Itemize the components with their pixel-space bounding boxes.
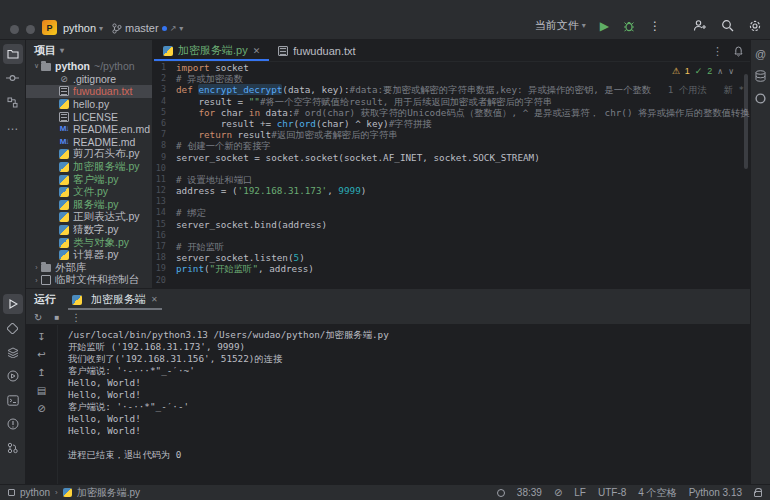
code-line[interactable]: 13 — [154, 196, 750, 207]
code-line[interactable]: 9server_socket = socket.socket(socket.AF… — [154, 152, 750, 163]
tree-chevron-icon[interactable]: ∨ — [32, 62, 41, 70]
clear-console-icon[interactable]: ⊘ — [37, 403, 45, 414]
highlight-level-icon[interactable]: ⊘ — [554, 487, 562, 498]
structure-tool-icon[interactable] — [3, 92, 23, 112]
close-run-tab-icon[interactable]: ✕ — [151, 295, 158, 304]
tree-item[interactable]: README.en.md — [26, 123, 152, 136]
notifications-bell-icon[interactable] — [733, 45, 744, 57]
code-line[interactable]: 7 return result#返回加密或者解密后的字符串 — [154, 129, 750, 140]
code-line[interactable]: 5 for char in data:# ord(char) 获取字符的Unic… — [154, 107, 750, 118]
interpreter-indicator[interactable]: Python 3.13 — [689, 487, 742, 498]
code-line[interactable]: 12address = ('192.168.31.173', 9999) — [154, 185, 750, 196]
tree-item[interactable]: ›外部库 — [26, 262, 152, 275]
tree-item[interactable]: .gitignore — [26, 73, 152, 86]
tree-item[interactable]: hello.py — [26, 98, 152, 111]
project-tool-icon[interactable] — [3, 44, 23, 64]
commit-tool-icon[interactable] — [3, 68, 23, 88]
tree-item[interactable]: 剪刀石头布.py — [26, 148, 152, 161]
branch-selector[interactable]: master ↗ ▾ — [112, 21, 183, 35]
print-icon[interactable]: ▤ — [37, 385, 46, 396]
code-line[interactable]: 10 — [154, 163, 750, 174]
lock-icon[interactable] — [754, 491, 762, 497]
inspections-widget[interactable]: ⚠ 1 ✓ 2 ∧ ∨ — [672, 66, 734, 76]
run-button[interactable]: ▶ — [600, 19, 609, 33]
prev-problem-icon[interactable]: ∧ — [717, 67, 723, 76]
code-line[interactable]: 17# 开始监听 — [154, 241, 750, 252]
run-tab[interactable]: 加密服务端 ✕ — [68, 289, 162, 310]
tree-item[interactable]: 类与对象.py — [26, 236, 152, 249]
tree-chevron-icon[interactable]: › — [32, 277, 41, 284]
status-circle-icon[interactable] — [497, 489, 505, 497]
project-selector[interactable]: python ▾ — [63, 21, 103, 35]
terminal-tool-icon[interactable] — [3, 390, 23, 410]
code-line[interactable]: 2# 异或加密函数 — [154, 73, 750, 84]
tree-item[interactable]: README.md — [26, 136, 152, 149]
search-everywhere-icon[interactable] — [721, 19, 734, 32]
tree-item[interactable]: LICENSE — [26, 110, 152, 123]
tree-item[interactable]: 正则表达式.py — [26, 211, 152, 224]
line-separator-indicator[interactable]: LF — [574, 487, 586, 498]
line-col-indicator[interactable]: 38:39 — [517, 487, 542, 498]
code-line[interactable]: 14# 绑定 — [154, 207, 750, 218]
code-line[interactable]: 15server_socket.bind(address) — [154, 219, 750, 230]
pycharm-logo[interactable]: P — [42, 20, 57, 35]
minimize-window-icon[interactable] — [26, 25, 35, 34]
code-line[interactable]: 19print("开始监听", address) — [154, 263, 750, 274]
code-line[interactable]: 1import socket — [154, 62, 750, 73]
breadcrumb[interactable]: python › 加密服务端.py — [8, 486, 140, 500]
code-line[interactable]: 20 — [154, 275, 750, 286]
tree-item[interactable]: 加密服务端.py — [26, 161, 152, 174]
tab-options-icon[interactable]: ⋮ — [712, 45, 723, 58]
tree-chevron-icon[interactable]: › — [32, 264, 41, 271]
services-tool-icon[interactable] — [3, 318, 23, 338]
rerun-icon[interactable]: ↻ — [34, 312, 42, 323]
breadcrumb-file[interactable]: 加密服务端.py — [77, 486, 140, 500]
tree-item[interactable]: 计算器.py — [26, 249, 152, 262]
tree-item[interactable]: fuwuduan.txt — [26, 85, 152, 98]
tree-item[interactable]: 客户端.py — [26, 173, 152, 186]
tree-item[interactable]: 服务端.py — [26, 199, 152, 212]
code-line[interactable]: 3def encrypt_decrypt(data, key):#data:要加… — [154, 84, 750, 95]
run-config-selector[interactable]: 当前文件 ▾ — [535, 18, 586, 33]
code-editor[interactable]: 1import socket2# 异或加密函数3def encrypt_decr… — [154, 62, 750, 288]
tree-item[interactable]: 猜数字.py — [26, 224, 152, 237]
python-console-tool-icon[interactable] — [3, 366, 23, 386]
tree-item[interactable]: ›临时文件和控制台 — [26, 274, 152, 287]
pull-requests-tool-icon[interactable] — [3, 438, 23, 458]
project-panel-header[interactable]: 项目 ▾ — [26, 40, 152, 60]
problems-tool-icon[interactable] — [3, 414, 23, 434]
stop-icon[interactable]: ■ — [54, 313, 59, 322]
more-tools-icon[interactable]: … — [3, 116, 23, 136]
code-line[interactable]: 11# 设置地址和端口 — [154, 174, 750, 185]
debug-button[interactable] — [623, 20, 635, 32]
code-line[interactable]: 18server_socket.listen(5) — [154, 252, 750, 263]
database-icon[interactable] — [753, 68, 769, 84]
code-line[interactable]: 6 result += chr(ord(char) ^ key)#字符拼接 — [154, 118, 750, 129]
code-with-me-icon[interactable] — [693, 19, 707, 32]
python-packages-tool-icon[interactable] — [3, 342, 23, 362]
coverage-icon[interactable] — [753, 90, 769, 106]
close-tab-icon[interactable]: ✕ — [253, 46, 261, 56]
tree-item[interactable]: 文件.py — [26, 186, 152, 199]
tab-fuwuduan[interactable]: fuwuduan.txt — [269, 40, 364, 61]
code-line[interactable]: 16 — [154, 230, 750, 241]
code-line[interactable]: 4 result = ""#将一个空字符赋值给result, 用于后续返回加密或… — [154, 96, 750, 107]
console-output[interactable]: /usr/local/bin/python3.13 /Users/wudao/p… — [58, 325, 750, 484]
run-options-icon[interactable]: ⋮ — [71, 312, 81, 323]
tree-item[interactable]: ∨python~/python — [26, 60, 152, 73]
indent-indicator[interactable]: 4 个空格 — [638, 486, 676, 500]
more-actions-icon[interactable]: ⋮ — [649, 19, 661, 33]
run-tool-icon[interactable] — [3, 294, 23, 314]
ai-assistant-icon[interactable]: @ — [753, 46, 769, 62]
soft-wrap-icon[interactable]: ↩ — [37, 349, 45, 360]
code-line[interactable]: 8# 创建一个新的套接字 — [154, 140, 750, 151]
settings-gear-icon[interactable] — [748, 19, 762, 33]
next-problem-icon[interactable]: ∨ — [728, 67, 734, 76]
scroll-to-end-icon[interactable]: ↧ — [37, 331, 45, 342]
scroll-to-top-icon[interactable]: ↥ — [37, 367, 45, 378]
breadcrumb-project[interactable]: python — [20, 487, 50, 498]
encoding-indicator[interactable]: UTF-8 — [598, 487, 626, 498]
tab-encrypted-server[interactable]: 加密服务端.py ✕ — [154, 40, 269, 61]
close-window-icon[interactable] — [10, 25, 19, 34]
editor-scrollbar[interactable] — [744, 74, 748, 169]
